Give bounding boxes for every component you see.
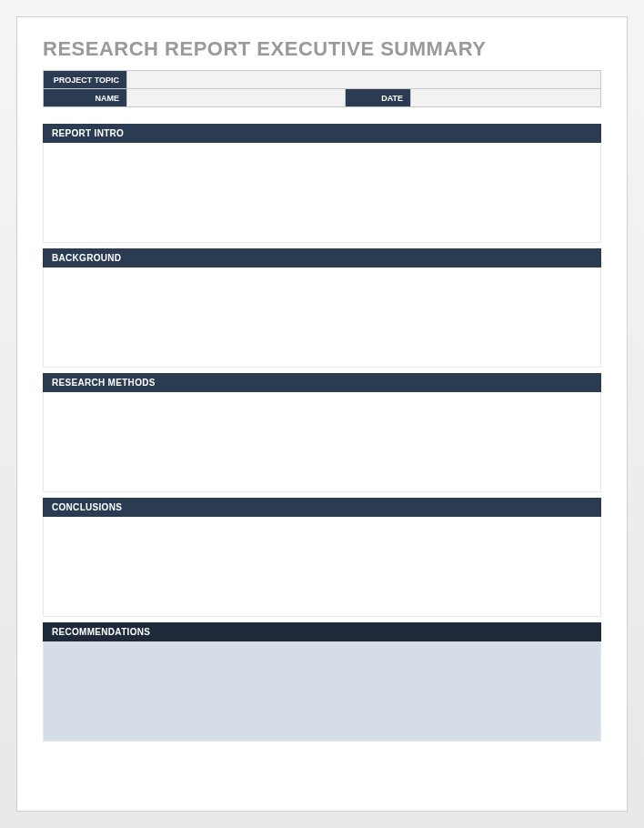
section-header-report-intro: REPORT INTRO	[43, 124, 601, 143]
conclusions-input[interactable]	[49, 522, 595, 611]
section-research-methods: RESEARCH METHODS	[43, 373, 601, 492]
document-page: RESEARCH REPORT EXECUTIVE SUMMARY PROJEC…	[16, 16, 628, 812]
name-cell	[127, 89, 346, 107]
report-intro-input[interactable]	[49, 148, 595, 237]
section-body-conclusions	[43, 517, 601, 617]
project-topic-cell	[127, 71, 601, 89]
date-input[interactable]	[417, 93, 595, 103]
section-background: BACKGROUND	[43, 248, 601, 368]
section-header-research-methods: RESEARCH METHODS	[43, 373, 601, 392]
name-label: NAME	[44, 89, 127, 107]
section-header-conclusions: CONCLUSIONS	[43, 498, 601, 517]
project-topic-input[interactable]	[133, 75, 595, 85]
section-recommendations: RECOMMENDATIONS	[43, 622, 601, 742]
background-input[interactable]	[49, 273, 595, 361]
section-conclusions: CONCLUSIONS	[43, 498, 601, 617]
date-cell	[411, 89, 601, 107]
section-header-background: BACKGROUND	[43, 248, 601, 268]
date-label: DATE	[346, 89, 411, 107]
meta-row-topic: PROJECT TOPIC	[44, 71, 601, 89]
meta-table: PROJECT TOPIC NAME DATE	[43, 70, 601, 107]
page-title: RESEARCH REPORT EXECUTIVE SUMMARY	[43, 37, 601, 61]
section-report-intro: REPORT INTRO	[43, 124, 601, 243]
project-topic-label: PROJECT TOPIC	[44, 71, 127, 89]
section-body-research-methods	[43, 392, 601, 492]
section-body-recommendations	[43, 641, 601, 742]
section-body-report-intro	[43, 143, 601, 243]
recommendations-input[interactable]	[49, 647, 595, 735]
name-input[interactable]	[133, 93, 339, 103]
section-header-recommendations: RECOMMENDATIONS	[43, 622, 601, 641]
research-methods-input[interactable]	[49, 398, 595, 486]
meta-row-name-date: NAME DATE	[44, 89, 601, 107]
section-body-background	[43, 268, 601, 368]
